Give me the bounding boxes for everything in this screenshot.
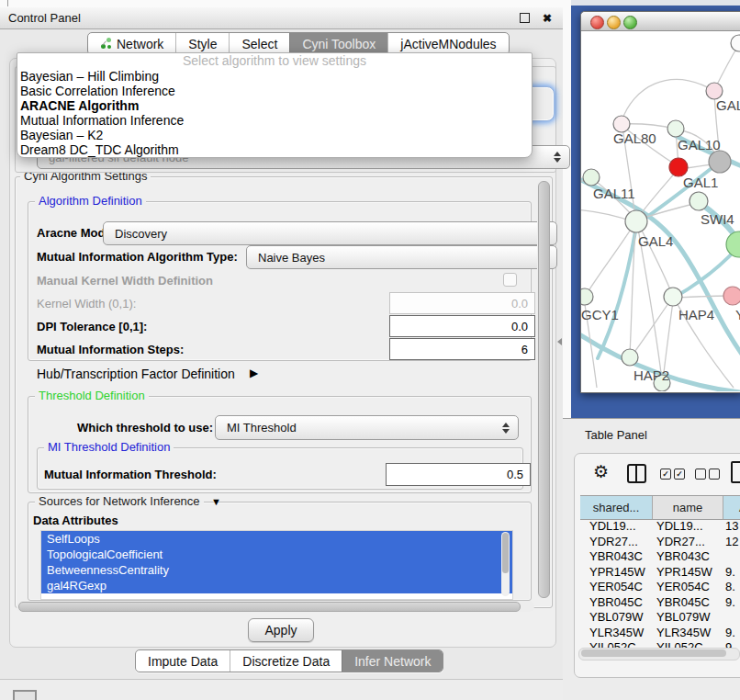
panel-divider-tick xyxy=(7,0,8,6)
scrollbar-thumb[interactable] xyxy=(502,533,509,573)
node-label: GAL11 xyxy=(593,186,635,201)
cell-name: YBR043C xyxy=(652,549,722,565)
combo-stepper-icon xyxy=(554,152,561,163)
scrollbar-thumb[interactable] xyxy=(538,181,550,598)
attribute-selfloops[interactable]: SelfLoops xyxy=(41,531,512,547)
control-panel-title: Control Panel xyxy=(0,11,81,25)
tab-infer-network-label: Infer Network xyxy=(354,654,431,669)
manual-kernel-width-label: Manual Kernel Width Definition xyxy=(37,274,213,288)
unchecked-checkbox-icon[interactable] xyxy=(695,469,706,480)
tab-style[interactable]: Style xyxy=(175,33,229,54)
table-row[interactable]: YLR345W YLR345W 9. xyxy=(580,626,740,641)
tab-select-label: Select xyxy=(241,37,277,51)
algorithm-option-bayesian-hill-climbing[interactable]: Bayesian – Hill Climbing xyxy=(17,69,532,84)
algorithm-option-mutual-information[interactable]: Mutual Information Inference xyxy=(17,113,532,128)
node-label: HAP4 xyxy=(678,307,714,322)
table-horizontal-scrollbar[interactable] xyxy=(578,648,740,660)
table-row[interactable]: YDL19... YDL19... 13 xyxy=(580,519,740,535)
mi-algorithm-type-value: Naive Bayes xyxy=(258,251,325,265)
mi-threshold-title: MI Threshold Definition xyxy=(44,441,174,454)
gear-icon[interactable]: ⚙ xyxy=(593,461,609,482)
tab-jactivemnodules[interactable]: jActiveMNodules xyxy=(387,33,508,54)
network-canvas[interactable]: GAL GAL80 GAL10 GAL1 GAL11 SWI4 GAL4 GCY… xyxy=(581,31,740,391)
kernel-width-field[interactable]: 0.0 xyxy=(389,292,535,314)
tab-network[interactable]: Network xyxy=(88,33,175,54)
close-traffic-light-icon[interactable] xyxy=(590,16,604,29)
tab-discretize-data-label: Discretize Data xyxy=(242,654,330,669)
table-row[interactable]: YBR043C YBR043C xyxy=(580,549,740,565)
settings-vertical-scrollbar[interactable] xyxy=(537,180,549,599)
kernel-width-value: 0.0 xyxy=(511,297,528,310)
cell-name: YBL079W xyxy=(652,610,722,626)
column-header-name[interactable]: name xyxy=(653,496,723,519)
tab-cyni-toolbox[interactable]: Cyni Toolbox xyxy=(289,33,387,54)
settings-horizontal-scrollbar[interactable] xyxy=(17,601,534,612)
cell-shared-name: YBR045C xyxy=(580,595,652,611)
tab-style-label: Style xyxy=(188,37,217,51)
splitter-grip-icon[interactable] xyxy=(557,338,562,345)
column-header-shared[interactable]: shared... xyxy=(580,496,653,519)
attribute-gal4rgexp[interactable]: gal4RGexp xyxy=(41,578,512,593)
column-layout-icon[interactable] xyxy=(627,464,646,483)
node-partial-top xyxy=(731,35,740,51)
node-pink-right xyxy=(723,287,740,305)
algorithm-option-bayesian-k2[interactable]: Bayesian – K2 xyxy=(17,128,532,142)
network-window-titlebar[interactable] xyxy=(581,12,740,31)
table-row[interactable]: YBL079W YBL079W xyxy=(580,610,740,626)
mi-steps-field[interactable]: 6 xyxy=(389,338,535,360)
node-label: GAL4 xyxy=(638,233,673,249)
tab-select[interactable]: Select xyxy=(229,33,289,54)
table-row[interactable]: YBR045C YBR045C 9. xyxy=(580,595,740,611)
tab-impute-data[interactable]: Impute Data xyxy=(136,650,230,672)
mi-threshold-field[interactable]: 0.5 xyxy=(386,463,531,486)
panel-below-area xyxy=(0,680,563,700)
attribute-betweennesscentrality[interactable]: BetweennessCentrality xyxy=(41,562,512,578)
dock-panel-icon[interactable] xyxy=(13,690,37,700)
data-attributes-label: Data Attributes xyxy=(33,514,118,527)
cell-value: 13 xyxy=(722,519,740,535)
cell-value xyxy=(722,610,740,626)
node-label: SWI4 xyxy=(701,211,734,227)
expand-down-icon[interactable]: ▼ xyxy=(211,496,221,507)
table-row[interactable]: YDR27... YDR27... 12 xyxy=(580,535,740,550)
tab-infer-network[interactable]: Infer Network xyxy=(342,650,443,672)
node-label: GAL1 xyxy=(683,175,718,190)
algorithm-option-aracne[interactable]: ARACNE Algorithm xyxy=(17,98,532,113)
network-view-window[interactable]: GAL GAL80 GAL10 GAL1 GAL11 SWI4 GAL4 GCY… xyxy=(580,11,740,393)
expand-right-icon[interactable]: ▶ xyxy=(250,367,258,379)
which-threshold-value: MI Threshold xyxy=(227,421,297,435)
unchecked-checkbox-icon[interactable] xyxy=(709,469,720,480)
tab-discretize-data[interactable]: Discretize Data xyxy=(230,650,342,672)
mi-algorithm-type-label: Mutual Information Algorithm Type: xyxy=(37,250,238,264)
page-icon[interactable] xyxy=(731,461,740,483)
node-label: GCY1 xyxy=(581,307,619,322)
close-icon[interactable]: ✖ xyxy=(543,14,552,23)
cell-value: 9. xyxy=(722,565,740,581)
algorithm-option-dream8[interactable]: Dream8 DC_TDC Algorithm xyxy=(17,142,532,157)
column-header-partial[interactable]: A xyxy=(723,496,740,519)
mi-algorithm-type-combo[interactable]: Naive Bayes xyxy=(246,245,557,269)
float-window-icon[interactable] xyxy=(520,13,530,23)
aracne-mode-combo[interactable]: Discovery xyxy=(103,221,557,245)
zoom-traffic-light-icon[interactable] xyxy=(623,16,637,29)
hub-definition-label[interactable]: Hub/Transcription Factor Definition xyxy=(37,367,235,381)
table-row[interactable]: YER054C YER054C 8. xyxy=(580,580,740,595)
data-attributes-list[interactable]: SelfLoops TopologicalCoefficient Between… xyxy=(40,530,513,600)
network-edges-highlighted xyxy=(581,134,740,391)
minimize-traffic-light-icon[interactable] xyxy=(607,16,621,29)
scrollbar-thumb[interactable] xyxy=(581,649,726,657)
apply-button[interactable]: Apply xyxy=(248,618,314,642)
manual-kernel-width-checkbox[interactable] xyxy=(503,273,517,287)
checked-checkbox-icon[interactable]: ✓ xyxy=(660,469,671,480)
dpi-tolerance-field[interactable]: 0.0 xyxy=(389,315,535,337)
table-row[interactable]: YPR145W YPR145W 9. xyxy=(580,565,740,581)
node-gal4 xyxy=(625,210,647,232)
panel-splitter[interactable] xyxy=(563,0,571,418)
attribute-topologicalcoefficient[interactable]: TopologicalCoefficient xyxy=(41,547,512,562)
checked-checkbox-icon[interactable]: ✓ xyxy=(674,469,685,480)
scrollbar-thumb[interactable] xyxy=(18,602,521,612)
algorithm-option-basic-correlation[interactable]: Basic Correlation Inference xyxy=(17,84,532,98)
table-panel-region: Table Panel ⚙ ✓ ✓ shared... name A YDL19… xyxy=(563,418,740,700)
which-threshold-combo[interactable]: MI Threshold xyxy=(215,415,519,440)
attributes-list-scrollbar[interactable] xyxy=(501,532,510,596)
